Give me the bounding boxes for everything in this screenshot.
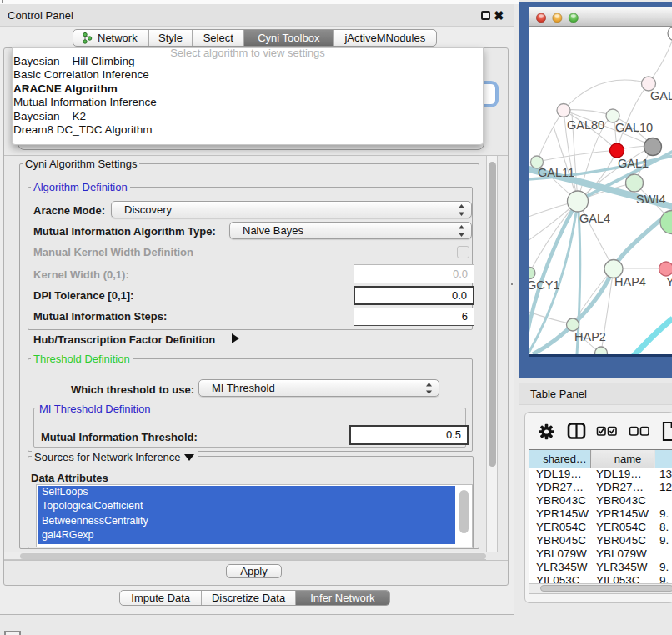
svg-text:GAL4: GAL4 xyxy=(579,212,610,225)
svg-text:HAP2: HAP2 xyxy=(574,330,606,343)
svg-text:GAL11: GAL11 xyxy=(538,166,574,179)
svg-text:GCY1: GCY1 xyxy=(529,278,560,292)
svg-text:SWI4: SWI4 xyxy=(636,192,665,206)
svg-text:GAL80: GAL80 xyxy=(567,118,604,132)
svg-text:HAP4: HAP4 xyxy=(614,275,646,288)
svg-text:GAL1: GAL1 xyxy=(618,157,649,170)
svg-text:GAL: GAL xyxy=(650,89,672,102)
svg-text:GAL10: GAL10 xyxy=(615,121,653,134)
svg-text:Y: Y xyxy=(666,275,672,288)
